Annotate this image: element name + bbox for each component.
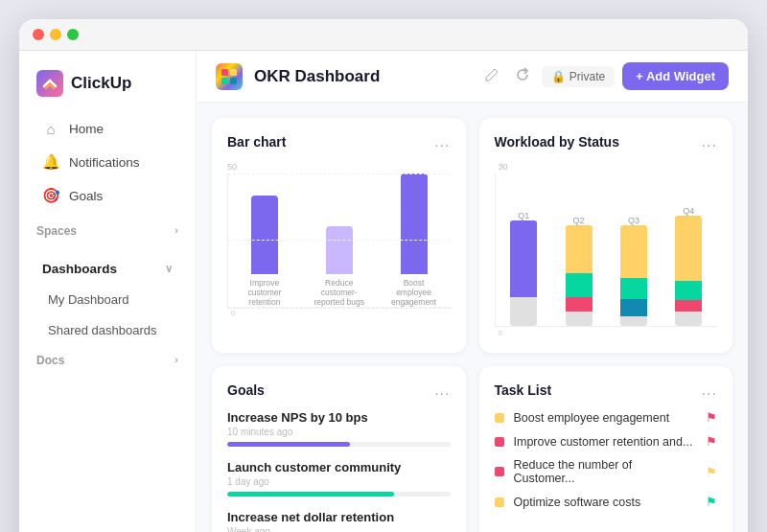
sidebar-item-notifications[interactable]: 🔔 Notifications — [25, 146, 190, 178]
sidebar-item-home[interactable]: ⌂ Home — [25, 113, 190, 145]
dashboard-icon — [216, 63, 243, 90]
goal-time-1: 10 minutes ago — [227, 427, 451, 437]
goals-list: Increase NPS by 10 bps 10 minutes ago La… — [227, 410, 451, 532]
app-body: ClickUp ⌂ Home 🔔 Notifications 🎯 Goals S… — [19, 51, 748, 532]
task-dot-3 — [495, 467, 504, 476]
main-header: OKR Dashboard 🔒 — [197, 51, 748, 103]
q2-label: Q2 — [573, 216, 585, 225]
lock-icon: 🔒 — [551, 70, 566, 83]
q2-seg-gray — [566, 312, 593, 326]
private-badge[interactable]: 🔒 Private — [542, 66, 615, 87]
bar-label-3: Boost employeeengagement — [385, 278, 443, 308]
goals-widget: Goals ... Increase NPS by 10 bps 10 minu… — [212, 366, 466, 532]
bar-chart-menu[interactable]: ... — [434, 133, 450, 150]
task-item-3: Reduce the number of Customer... ⚑ — [495, 458, 718, 485]
task-list-header: Task List ... — [495, 382, 718, 399]
bar-label-2: Reduce customer-reported bugs — [311, 278, 368, 308]
dashboards-chevron-icon: ∨ — [165, 263, 173, 275]
goal-item-2: Launch customer community 1 day ago — [227, 460, 451, 497]
svg-rect-3 — [221, 78, 228, 84]
q2-seg-red — [566, 297, 593, 312]
maximize-dot[interactable] — [67, 29, 79, 40]
stacked-chart: Q1 Q2 — [495, 173, 718, 327]
stacked-q1: Q1 — [503, 207, 545, 326]
minimize-dot[interactable] — [50, 29, 61, 40]
q4-seg-gray — [675, 312, 702, 326]
goal-time-2: 1 day ago — [227, 476, 451, 487]
task-dot-1 — [495, 413, 504, 423]
goal-track-2 — [227, 492, 451, 497]
dashboards-section — [19, 242, 196, 253]
stacked-q3: Q3 — [613, 212, 654, 326]
spaces-label: Spaces — [36, 224, 77, 238]
q1-label: Q1 — [518, 211, 529, 220]
task-list-menu[interactable]: ... — [702, 382, 717, 399]
task-item-2: Improve customer retention and... ⚑ — [495, 434, 718, 449]
task-flag-3: ⚑ — [706, 465, 717, 479]
stacked-q2: Q2 — [558, 212, 599, 326]
task-item-4: Optimize software costs ⚑ — [495, 495, 718, 509]
goal-name-1: Increase NPS by 10 bps — [227, 410, 451, 425]
bar-chart-widget: Bar chart ... 50 — [212, 118, 466, 353]
shared-dashboards-label: Shared dashboards — [48, 323, 156, 337]
task-flag-4: ⚑ — [706, 495, 717, 509]
q3-label: Q3 — [628, 216, 639, 225]
bar-group-1: Improve customerretention — [236, 196, 293, 308]
task-list: Boost employee engagement ⚑ Improve cust… — [495, 410, 718, 509]
goals-widget-title: Goals — [227, 382, 265, 398]
page-title: OKR Dashboard — [254, 67, 469, 86]
sidebar-item-label: Notifications — [69, 155, 140, 170]
workload-y-max: 30 — [495, 162, 718, 172]
bar-y-max: 50 — [227, 162, 237, 172]
spaces-section: Spaces › — [19, 213, 196, 242]
task-name-4: Optimize software costs — [514, 496, 697, 509]
dashboard-grid: Bar chart ... 50 — [197, 103, 748, 532]
q3-seg-gray — [620, 316, 647, 326]
docs-section: Docs › — [19, 346, 196, 371]
add-widget-button[interactable]: + Add Widget — [622, 62, 729, 90]
bar-label-1: Improve customerretention — [236, 278, 293, 308]
task-flag-1: ⚑ — [706, 410, 717, 425]
goals-menu[interactable]: ... — [434, 382, 450, 399]
svg-rect-4 — [230, 78, 237, 84]
spaces-chevron-icon[interactable]: › — [174, 224, 178, 236]
sidebar-logo[interactable]: ClickUp — [19, 66, 196, 112]
bar-1 — [251, 196, 278, 274]
goal-name-2: Launch customer community — [227, 460, 451, 474]
goal-item-1: Increase NPS by 10 bps 10 minutes ago — [227, 410, 451, 447]
workload-widget: Workload by Status ... 30 Q1 — [479, 118, 733, 353]
app-window: ClickUp ⌂ Home 🔔 Notifications 🎯 Goals S… — [19, 19, 748, 532]
logo-text: ClickUp — [71, 74, 131, 93]
sidebar-nav: ⌂ Home 🔔 Notifications 🎯 Goals Spaces › — [19, 112, 196, 532]
q1-seg-gray — [510, 297, 537, 326]
my-dashboard-label: My Dashboard — [48, 292, 129, 307]
header-actions: 🔒 Private + Add Widget — [480, 62, 729, 90]
sidebar-dashboards-label: Dashboards — [42, 262, 117, 276]
close-dot[interactable] — [33, 29, 44, 40]
goal-time-3: Week ago — [227, 526, 451, 532]
edit-button[interactable] — [480, 63, 503, 90]
task-flag-2: ⚑ — [706, 434, 717, 449]
goal-track-1 — [227, 442, 451, 447]
stacked-q4: Q4 — [668, 202, 709, 326]
workload-menu[interactable]: ... — [702, 133, 717, 150]
bar-2 — [326, 226, 353, 274]
q3-seg-yellow — [620, 225, 647, 278]
workload-header: Workload by Status ... — [495, 133, 718, 150]
docs-chevron-icon[interactable]: › — [174, 354, 178, 365]
q2-seg-yellow — [566, 225, 593, 273]
bar-group-2: Reduce customer-reported bugs — [311, 226, 368, 308]
refresh-button[interactable] — [511, 63, 534, 90]
task-name-3: Reduce the number of Customer... — [514, 458, 697, 485]
goal-name-3: Increase net dollar retention — [227, 510, 451, 524]
sidebar-item-my-dashboard[interactable]: My Dashboard — [25, 285, 190, 314]
sidebar-item-goals[interactable]: 🎯 Goals — [25, 179, 190, 212]
sidebar-item-shared-dashboards[interactable]: Shared dashboards — [25, 315, 190, 345]
sidebar-item-label: Home — [69, 122, 104, 136]
task-name-2: Improve customer retention and... — [514, 435, 697, 449]
q4-seg-green — [675, 281, 702, 300]
task-list-title: Task List — [495, 382, 552, 398]
sidebar-item-dashboards[interactable]: Dashboards ∨ — [25, 254, 190, 284]
task-dot-2 — [495, 437, 504, 447]
bar-chart-header: Bar chart ... — [227, 133, 451, 150]
